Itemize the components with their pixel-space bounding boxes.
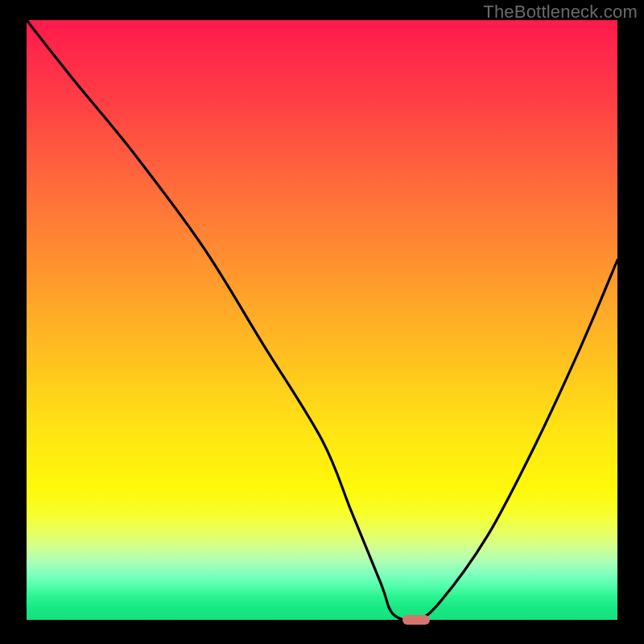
chart-frame: TheBottleneck.com [0,0,644,644]
plot-area [27,20,617,620]
optimal-marker [402,615,430,625]
watermark-text: TheBottleneck.com [483,2,638,23]
bottleneck-curve [27,20,617,620]
